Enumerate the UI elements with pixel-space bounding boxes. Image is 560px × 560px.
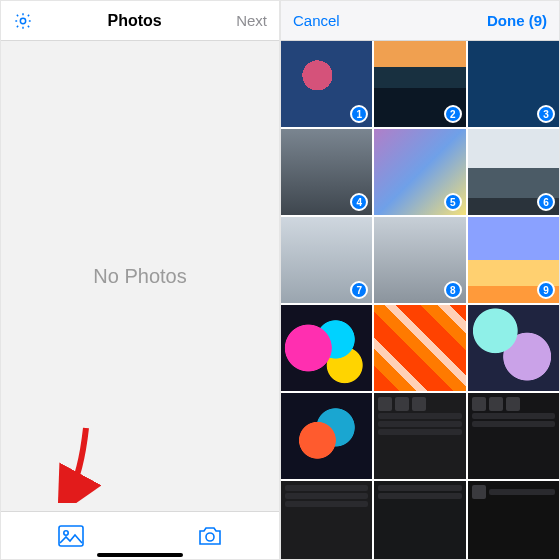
gear-icon[interactable] (13, 11, 33, 31)
done-button[interactable]: Done (9) (487, 12, 547, 29)
photo-thumb[interactable] (468, 305, 559, 391)
photo-thumb[interactable]: 3 (468, 41, 559, 127)
photo-thumb[interactable] (374, 305, 465, 391)
phone-picker: Cancel Done (9) 1 2 3 4 5 6 7 8 9 (280, 0, 560, 560)
photo-thumb[interactable]: 2 (374, 41, 465, 127)
page-title: Photos (107, 12, 161, 30)
svg-point-3 (206, 533, 214, 541)
cancel-button[interactable]: Cancel (293, 12, 340, 29)
selection-badge: 5 (444, 193, 462, 211)
photo-thumb[interactable] (281, 305, 372, 391)
photo-thumb[interactable]: 6 (468, 129, 559, 215)
selection-badge: 3 (537, 105, 555, 123)
photo-thumb[interactable]: 4 (281, 129, 372, 215)
photo-thumb[interactable]: 5 (374, 129, 465, 215)
svg-rect-1 (59, 526, 83, 546)
photo-thumb[interactable] (374, 393, 465, 479)
selection-badge: 6 (537, 193, 555, 211)
tab-bar (1, 511, 279, 559)
empty-state-text: No Photos (93, 265, 186, 288)
photo-thumb[interactable]: 9 (468, 217, 559, 303)
camera-icon[interactable] (197, 525, 223, 547)
photo-thumb[interactable] (468, 393, 559, 479)
svg-point-2 (63, 530, 67, 534)
photo-thumb[interactable] (374, 481, 465, 559)
nav-bar-left: Photos Next (1, 1, 279, 41)
photo-library-icon[interactable] (58, 525, 84, 547)
next-button[interactable]: Next (236, 12, 267, 29)
home-indicator (97, 553, 183, 557)
photo-thumb[interactable] (281, 393, 372, 479)
selection-badge: 8 (444, 281, 462, 299)
photo-thumb[interactable]: 8 (374, 217, 465, 303)
selection-badge: 9 (537, 281, 555, 299)
nav-bar-right: Cancel Done (9) (281, 1, 559, 41)
svg-point-0 (20, 18, 25, 23)
photo-thumb[interactable] (281, 481, 372, 559)
photo-thumb[interactable]: 7 (281, 217, 372, 303)
photo-thumb[interactable] (468, 481, 559, 559)
empty-state: No Photos (1, 41, 279, 511)
phone-empty-library: Photos Next No Photos (0, 0, 280, 560)
selection-badge: 2 (444, 105, 462, 123)
photo-thumb[interactable]: 1 (281, 41, 372, 127)
photo-grid: 1 2 3 4 5 6 7 8 9 (281, 41, 559, 559)
